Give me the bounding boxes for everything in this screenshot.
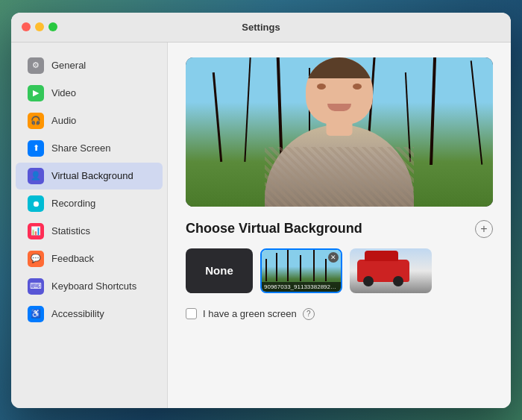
window-title: Settings [242,22,280,33]
help-icon[interactable]: ? [303,308,315,320]
background-options: None ✕ 9096703 [186,248,493,293]
feedback-icon: 💬 [28,251,44,267]
bg-option-car[interactable] [350,248,432,293]
shirt-pattern [265,147,414,207]
sidebar-item-keyboard-shortcuts[interactable]: ⌨Keyboard Shortcuts [16,273,163,300]
video-icon: ▶ [28,85,44,101]
thumb-tree-3 [287,250,289,281]
accessibility-label: Accessibility [51,308,104,319]
close-button[interactable] [22,22,31,31]
sidebar-item-recording[interactable]: ⏺Recording [16,190,163,217]
sidebar: ⚙General▶Video🎧Audio⬆Share Screen👤Virtua… [11,43,168,408]
keyboard-shortcuts-icon: ⌨ [28,278,44,295]
keyboard-shortcuts-label: Keyboard Shortcuts [51,280,136,292]
car-thumbnail [350,248,432,293]
video-label: Video [51,87,76,98]
titlebar: Settings [11,13,511,43]
general-icon: ⚙ [28,57,44,74]
share-screen-icon: ⬆ [28,140,44,157]
remove-forest-button[interactable]: ✕ [328,252,339,263]
maximize-button[interactable] [48,22,57,31]
sidebar-item-accessibility[interactable]: ♿Accessibility [16,301,163,327]
green-screen-row: I have a green screen ? [186,308,493,320]
preview-image [186,57,493,207]
sidebar-item-feedback[interactable]: 💬Feedback [16,245,163,272]
recording-icon: ⏺ [28,195,44,212]
left-eye [317,84,326,90]
sidebar-item-audio[interactable]: 🎧Audio [16,107,163,134]
green-screen-label: I have a green screen [203,308,297,319]
sidebar-item-virtual-background[interactable]: 👤Virtual Background [16,163,163,189]
recording-label: Recording [51,198,95,209]
feedback-label: Feedback [51,253,94,264]
tree-7 [430,57,437,165]
mouth [327,104,351,111]
car-wheel-right [393,276,403,286]
bg-option-forest[interactable]: ✕ 90967033_911333828920_28481506l1076055… [260,248,342,293]
traffic-lights [22,22,57,31]
virtual-background-label: Virtual Background [51,170,133,181]
statistics-icon: 📊 [28,223,44,239]
car-wheel-left [363,276,374,286]
share-screen-label: Share Screen [51,142,111,154]
add-background-button[interactable]: + [475,220,493,238]
virtual-background-icon: 👤 [28,168,44,184]
bg-option-none[interactable]: None [186,248,253,293]
main-panel: Choose Virtual Background + None [168,43,511,408]
forest-bg-label: 90967033_911333828920_28481506l107605504… [262,282,341,292]
accessibility-icon: ♿ [28,306,44,322]
tree-8 [471,60,483,164]
section-title: Choose Virtual Background [186,221,362,236]
person-overlay [272,110,406,207]
content-area: ⚙General▶Video🎧Audio⬆Share Screen👤Virtua… [11,43,511,408]
thumb-tree-6 [325,259,327,281]
general-label: General [51,60,86,71]
tree-1 [213,72,222,162]
sidebar-item-general[interactable]: ⚙General [16,52,163,79]
person-body [272,110,406,207]
thumb-tree-4 [300,255,301,281]
red-car-roof [365,251,398,261]
thumb-tree-5 [313,250,315,281]
section-header: Choose Virtual Background + [186,220,493,238]
thumb-tree-1 [265,259,267,281]
settings-window: Settings ⚙General▶Video🎧Audio⬆Share Scre… [11,13,511,408]
tree-2 [245,57,251,162]
sidebar-item-share-screen[interactable]: ⬆Share Screen [16,135,163,162]
right-eye [353,84,362,90]
sidebar-item-video[interactable]: ▶Video [16,80,163,107]
sidebar-item-statistics[interactable]: 📊Statistics [16,218,163,245]
audio-icon: 🎧 [28,113,44,129]
head [306,57,373,125]
statistics-label: Statistics [51,225,90,236]
audio-label: Audio [51,115,76,126]
video-preview [186,57,493,207]
thumb-tree-2 [276,253,277,281]
none-label: None [205,264,233,277]
hair [306,57,373,78]
minimize-button[interactable] [35,22,44,31]
red-car-body [357,260,409,282]
green-screen-checkbox[interactable] [186,308,197,319]
